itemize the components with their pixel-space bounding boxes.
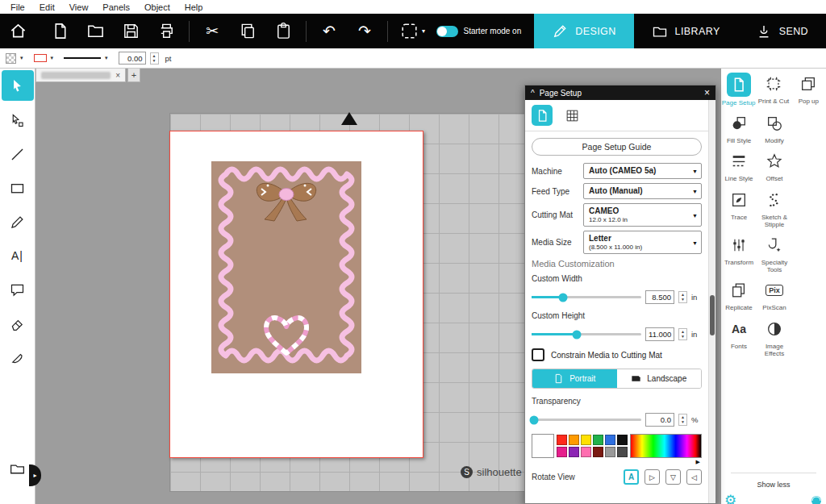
fill-transparent-swatch[interactable] (6, 53, 16, 64)
color-swatch[interactable] (617, 435, 628, 445)
slider-handle[interactable] (572, 330, 581, 339)
design-artwork[interactable] (211, 161, 361, 373)
text-tool[interactable]: A| (2, 241, 33, 270)
home-button[interactable] (5, 18, 31, 45)
feed-type-dropdown[interactable]: Auto (Manual) ▼ (583, 183, 702, 199)
color-swatch[interactable] (605, 435, 615, 445)
media-size-dropdown[interactable]: Letter (8.500 x 11.000 in) ▼ (583, 231, 702, 254)
menu-view[interactable]: View (62, 2, 96, 12)
menu-file[interactable]: File (3, 2, 32, 12)
cut-button[interactable]: ✂ (199, 18, 225, 45)
panel-btn-sketch-stipple[interactable]: Sketch & Stipple (757, 189, 792, 228)
chevron-down-icon[interactable]: ▾ (105, 55, 108, 61)
collapse-icon[interactable]: ^ (531, 89, 535, 98)
current-color-swatch[interactable] (532, 434, 554, 458)
custom-width-stepper[interactable]: ▲ ▼ (678, 291, 687, 303)
panel-btn-page-setup[interactable]: Page Setup (721, 73, 756, 106)
menu-object[interactable]: Object (137, 2, 177, 12)
starter-mode-toggle[interactable]: Starter mode on (436, 26, 522, 37)
constrain-checkbox[interactable] (532, 348, 544, 361)
library-folder-button[interactable] (2, 454, 33, 483)
point-editing-tool[interactable] (2, 106, 33, 135)
tab-design[interactable]: DESIGN (534, 14, 633, 48)
tab-send[interactable]: SEND (738, 14, 826, 48)
new-document-button[interactable] (47, 18, 73, 45)
color-swatch[interactable] (581, 435, 591, 445)
panel-btn-trace[interactable]: Trace (721, 189, 757, 228)
menu-panels[interactable]: Panels (95, 2, 137, 12)
panel-btn-line-style[interactable]: Line Style (721, 150, 757, 182)
panel-btn-fill-style[interactable]: Fill Style (721, 112, 757, 144)
color-swatch[interactable] (581, 447, 591, 457)
toggle-switch[interactable] (436, 26, 458, 37)
undo-button[interactable]: ↶ (316, 18, 342, 45)
page-setup-guide-button[interactable]: Page Setup Guide (532, 138, 702, 156)
panel-btn-replicate[interactable]: Replicate (721, 279, 757, 311)
save-button[interactable] (118, 18, 144, 45)
panel-scrollbar[interactable] (708, 100, 715, 503)
rotate-left-button[interactable]: ◁ (686, 469, 702, 485)
knife-tool[interactable] (2, 343, 33, 372)
color-swatch[interactable] (617, 447, 628, 457)
transparency-stepper[interactable]: ▲ ▼ (678, 414, 687, 426)
panel-btn-specialty-tools[interactable]: Specialty Tools (757, 234, 792, 273)
close-tab-icon[interactable]: × (115, 71, 120, 80)
rectangle-tool[interactable] (2, 173, 33, 202)
custom-height-input[interactable]: 11.000 (645, 327, 674, 341)
slider-handle[interactable] (529, 415, 538, 424)
sync-sphere-button[interactable] (810, 494, 823, 504)
panel-btn-transform[interactable]: Transform (721, 234, 757, 273)
portrait-button[interactable]: Portrait (532, 369, 617, 388)
panel-btn-pixscan[interactable]: Pix PixScan (757, 279, 792, 311)
transparency-slider[interactable] (532, 419, 641, 421)
rotate-right-button[interactable]: ▷ (645, 469, 660, 485)
color-swatch[interactable] (593, 447, 603, 457)
panel-btn-offset[interactable]: Offset (757, 150, 792, 182)
color-swatch[interactable] (593, 435, 603, 445)
line-color-swatch[interactable] (34, 54, 47, 62)
eraser-tool[interactable] (2, 309, 33, 338)
redo-button[interactable]: ↷ (352, 18, 378, 45)
custom-height-stepper[interactable]: ▲ ▼ (678, 328, 687, 340)
print-button[interactable] (153, 18, 179, 45)
document-tab[interactable]: × (35, 69, 126, 82)
color-spectrum[interactable] (630, 434, 702, 458)
notes-tool[interactable] (2, 275, 33, 304)
rotate-0-button[interactable]: A (624, 469, 639, 485)
line-style-preview[interactable] (64, 53, 101, 63)
menu-help[interactable]: Help (177, 2, 211, 12)
panel-btn-fonts[interactable]: Aa Fonts (721, 318, 757, 357)
open-button[interactable] (82, 18, 108, 45)
draw-tool[interactable] (2, 207, 33, 236)
machine-dropdown[interactable]: Auto (CAMEO 5a) ▼ (583, 163, 702, 179)
custom-width-input[interactable]: 8.500 (645, 290, 674, 304)
color-swatch[interactable] (569, 447, 579, 457)
chevron-down-icon[interactable]: ▾ (20, 55, 23, 61)
landscape-button[interactable]: Landscape (617, 369, 702, 388)
color-swatch[interactable] (557, 435, 567, 445)
chevron-down-icon[interactable]: ▾ (51, 55, 54, 61)
settings-gear-button[interactable]: ⚙ (724, 494, 736, 504)
color-swatch[interactable] (569, 435, 579, 445)
stroke-width-input[interactable]: 0.00 (119, 52, 146, 65)
page-setup-tab[interactable] (532, 105, 553, 126)
paste-button[interactable] (270, 18, 296, 45)
menu-edit[interactable]: Edit (32, 2, 62, 12)
grid-settings-tab[interactable] (561, 105, 582, 126)
panel-btn-print-cut[interactable]: Print & Cut (756, 73, 791, 106)
panel-btn-pop-up[interactable]: Pop up (791, 73, 826, 106)
panel-header[interactable]: ^ Page Setup × (525, 85, 715, 100)
panel-btn-modify[interactable]: Modify (757, 112, 792, 144)
slider-handle[interactable] (559, 293, 568, 302)
close-icon[interactable]: × (704, 88, 710, 98)
select-tool[interactable] (2, 70, 34, 101)
transparency-input[interactable]: 0.0 (645, 413, 674, 427)
new-tab-button[interactable]: + (127, 69, 140, 82)
scrollbar-thumb[interactable] (710, 295, 715, 335)
copy-button[interactable] (235, 18, 261, 45)
media-page[interactable] (169, 131, 423, 458)
show-less-button[interactable]: Show less (721, 481, 826, 489)
line-tool[interactable] (2, 140, 33, 169)
color-swatch[interactable] (557, 447, 567, 457)
stroke-width-stepper[interactable]: ▲ ▼ (150, 52, 159, 65)
